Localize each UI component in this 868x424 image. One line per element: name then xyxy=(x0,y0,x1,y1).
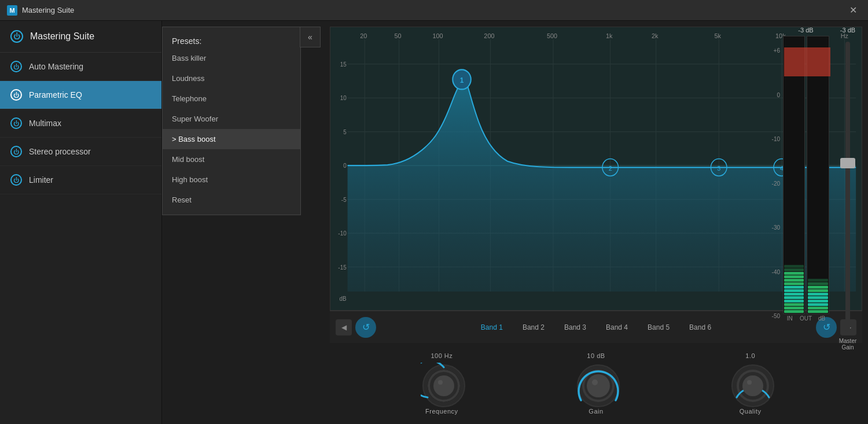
vu-seg-in-9 xyxy=(784,282,804,285)
vu-seg-in-7 xyxy=(784,289,804,292)
gain-knob[interactable] xyxy=(575,363,617,404)
svg-point-60 xyxy=(742,375,763,396)
power-btn-multimax[interactable]: ⏻ xyxy=(10,117,22,129)
presets-collapse-button[interactable]: « xyxy=(300,27,321,47)
svg-text:1: 1 xyxy=(460,76,464,84)
sidebar: ⏻ Mastering Suite ⏻ Auto Mastering ⏻ Par… xyxy=(0,21,162,424)
svg-text:1k: 1k xyxy=(606,32,613,39)
sidebar-item-limiter[interactable]: ⏻ Limiter xyxy=(0,166,161,194)
nav-label-auto-mastering: Auto Mastering xyxy=(29,62,83,71)
master-gain-thumb[interactable] xyxy=(840,158,855,168)
vu-bottom-labels: IN OUT dB xyxy=(783,315,829,322)
preset-bass-boost[interactable]: > Bass boost xyxy=(163,129,300,149)
svg-text:200: 200 xyxy=(484,32,494,39)
vu-clip-indicator xyxy=(784,47,830,76)
vu-seg-in-8 xyxy=(784,286,804,289)
vu-meter-in xyxy=(783,36,806,314)
vu-meters-container xyxy=(783,36,829,314)
svg-text:20: 20 xyxy=(360,32,367,39)
quality-value-label: 1.0 xyxy=(745,352,755,359)
sidebar-item-auto-mastering[interactable]: ⏻ Auto Mastering xyxy=(0,53,161,81)
vu-db-label: dB xyxy=(815,315,829,322)
db-scale-minus30: -30 xyxy=(772,224,780,231)
preset-reset[interactable]: Reset xyxy=(163,190,300,210)
preset-super-woofer[interactable]: Super Woofer xyxy=(163,109,300,129)
app-power-icon[interactable]: ⏻ xyxy=(10,30,23,43)
power-btn-parametric-eq[interactable]: ⏻ xyxy=(10,89,22,101)
band-2-button[interactable]: Band 2 xyxy=(514,320,553,335)
sidebar-item-stereo-processor[interactable]: ⏻ Stereo processor xyxy=(0,138,161,166)
vu-in-label: IN xyxy=(783,315,797,322)
vu-seg-out-2 xyxy=(808,307,828,309)
vu-seg-out-1 xyxy=(808,310,828,313)
frequency-knob-group: 100 Hz xyxy=(421,352,462,415)
master-gain-area: -3 dB Master Gain xyxy=(833,27,862,351)
vu-seg-in-3 xyxy=(784,303,804,306)
svg-text:100: 100 xyxy=(433,32,443,39)
master-gain-bottom-label: Master Gain xyxy=(833,338,862,351)
band-5-button[interactable]: Band 5 xyxy=(639,320,678,335)
quality-knob-group: 1.0 Quality xyxy=(730,352,771,415)
vu-seg-in-12 xyxy=(784,272,804,275)
db-scale: +6 0 -10 -20 -30 -40 -50 xyxy=(772,47,780,319)
vu-seg-out-9 xyxy=(808,282,828,285)
svg-point-61 xyxy=(747,380,752,385)
vu-seg-out-3 xyxy=(808,303,828,306)
svg-point-55 xyxy=(587,374,610,397)
band-3-button[interactable]: Band 3 xyxy=(556,320,594,335)
svg-text:500: 500 xyxy=(547,32,557,39)
preset-mid-boost[interactable]: Mid boost xyxy=(163,149,300,169)
vu-db-label-top: -3 dB xyxy=(798,27,813,34)
preset-bass-killer[interactable]: Bass killer xyxy=(163,48,300,68)
vu-seg-in-2 xyxy=(784,307,804,309)
frequency-knob[interactable] xyxy=(421,363,462,404)
svg-point-51 xyxy=(438,380,443,385)
svg-text:15: 15 xyxy=(340,61,347,68)
quality-knob[interactable] xyxy=(730,363,771,404)
vu-seg-out-4 xyxy=(808,300,828,303)
band-1-button[interactable]: Band 1 xyxy=(473,320,511,335)
band-4-button[interactable]: Band 4 xyxy=(598,320,636,335)
vu-seg-in-5 xyxy=(784,296,804,299)
svg-text:5k: 5k xyxy=(715,32,722,39)
vu-seg-in-13 xyxy=(784,268,804,271)
sidebar-item-parametric-eq[interactable]: ⏻ Parametric EQ xyxy=(0,81,161,109)
vu-seg-in-10 xyxy=(784,279,804,282)
vu-seg-in-1 xyxy=(784,310,804,313)
power-btn-stereo-processor[interactable]: ⏻ xyxy=(10,146,22,157)
power-btn-limiter[interactable]: ⏻ xyxy=(10,174,22,186)
svg-text:-5: -5 xyxy=(341,197,347,203)
main-layout: ⏻ Mastering Suite ⏻ Auto Mastering ⏻ Par… xyxy=(0,21,868,424)
db-scale-minus10: -10 xyxy=(772,136,780,142)
app-icon: M xyxy=(7,5,17,16)
vu-seg-out-10 xyxy=(808,279,828,282)
svg-text:-15: -15 xyxy=(338,264,347,271)
db-scale-minus40: -40 xyxy=(772,269,780,275)
band-left-arrow[interactable]: ◀ xyxy=(336,319,352,335)
close-button[interactable]: ✕ xyxy=(845,2,861,19)
preset-loudness[interactable]: Loudness xyxy=(163,68,300,89)
db-scale-plus6: +6 xyxy=(772,47,780,54)
vu-out-label: OUT xyxy=(799,315,813,322)
master-gain-track[interactable] xyxy=(845,42,850,332)
band-6-button[interactable]: Band 6 xyxy=(681,320,719,335)
nav-label-stereo-processor: Stereo processor xyxy=(29,147,91,156)
svg-text:10: 10 xyxy=(340,95,347,101)
vu-seg-in-14 xyxy=(784,265,804,268)
sidebar-item-multimax[interactable]: ⏻ Multimax xyxy=(0,109,161,138)
db-scale-minus50: -50 xyxy=(772,313,780,319)
svg-text:dB: dB xyxy=(340,296,347,302)
gain-knob-group: 10 dB Gain xyxy=(575,352,617,415)
power-btn-auto-mastering[interactable]: ⏻ xyxy=(10,61,22,72)
db-scale-minus20: -20 xyxy=(772,180,780,187)
nav-label-parametric-eq: Parametric EQ xyxy=(29,90,82,99)
db-scale-0: 0 xyxy=(772,92,780,98)
vu-seg-out-6 xyxy=(808,293,828,296)
vu-seg-in-6 xyxy=(784,293,804,296)
vu-seg-out-5 xyxy=(808,296,828,299)
preset-high-boost[interactable]: High boost xyxy=(163,169,300,190)
preset-telephone[interactable]: Telephone xyxy=(163,89,300,109)
band-cycle-button-left[interactable]: ↺ xyxy=(355,317,376,338)
svg-point-50 xyxy=(433,375,454,396)
svg-point-56 xyxy=(592,379,598,385)
